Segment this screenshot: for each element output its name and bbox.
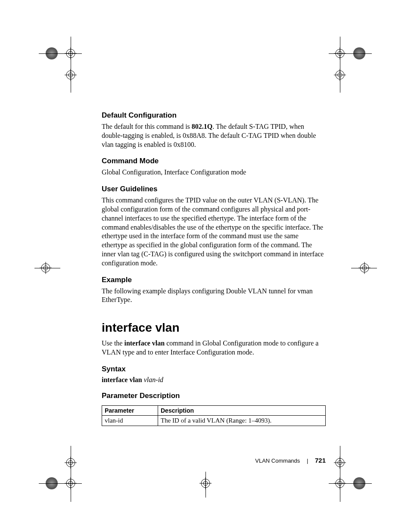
table-header-description: Description: [158, 405, 326, 415]
footer-page-number: 721: [315, 457, 326, 464]
table-cell-description: The ID of a valid VLAN (Range: 1–4093).: [158, 415, 326, 426]
heading-user-guidelines: User Guidelines: [102, 185, 326, 193]
footer-separator: |: [307, 457, 308, 464]
heading-default-configuration: Default Configuration: [102, 111, 326, 120]
heading-syntax: Syntax: [102, 365, 326, 373]
cropline: [351, 268, 377, 268]
cropline: [71, 37, 71, 93]
table-header-row: Parameter Description: [102, 405, 326, 415]
cropline: [340, 37, 340, 93]
syntax-argument: vlan-id: [144, 376, 163, 383]
paragraph: The default for this command is 802.1Q. …: [102, 122, 326, 149]
paragraph: Global Configuration, Interface Configur…: [102, 168, 326, 177]
parameter-table: Parameter Description vlan-id The ID of …: [102, 405, 326, 426]
text: Use the: [102, 339, 124, 347]
page-body: Default Configuration The default for th…: [102, 111, 326, 426]
text: The default for this command is: [102, 123, 192, 130]
command-title: interface vlan: [102, 321, 326, 335]
table-header-parameter: Parameter: [102, 405, 158, 415]
syntax-command: interface vlan: [102, 376, 142, 383]
cropline: [340, 446, 340, 502]
regmark-target: [65, 69, 77, 81]
table-row: vlan-id The ID of a valid VLAN (Range: 1…: [102, 415, 326, 426]
footer-section-name: VLAN Commands: [255, 457, 300, 464]
text-bold: interface vlan: [124, 339, 165, 347]
table-cell-parameter: vlan-id: [102, 415, 158, 426]
cropline: [329, 53, 372, 54]
text-bold: 802.1Q: [192, 123, 212, 130]
paragraph: Use the interface vlan command in Global…: [102, 339, 326, 357]
heading-command-mode: Command Mode: [102, 157, 326, 165]
syntax-line: interface vlan vlan-id: [102, 376, 326, 384]
cropline: [34, 268, 60, 268]
cropline: [39, 53, 82, 54]
page-footer: VLAN Commands | 721: [102, 457, 326, 464]
heading-parameter-description: Parameter Description: [102, 392, 326, 400]
paragraph: The following example displays configuri…: [102, 287, 326, 305]
paragraph: This command configures the TPID value o…: [102, 196, 326, 268]
heading-example: Example: [102, 276, 326, 284]
regmark-target: [334, 69, 346, 81]
cropline: [71, 446, 71, 502]
cropline: [329, 483, 372, 484]
cropline: [206, 472, 206, 498]
cropline: [39, 483, 82, 484]
